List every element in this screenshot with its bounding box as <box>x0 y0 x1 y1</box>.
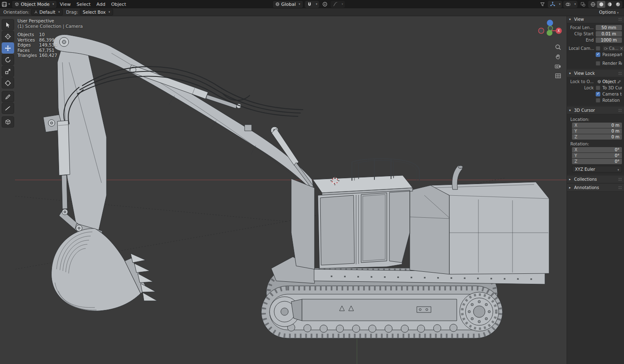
proportional-editing-toggle[interactable] <box>321 1 329 8</box>
snap-toggle[interactable] <box>305 1 314 8</box>
axis-letter: Z <box>574 134 577 140</box>
magnifier-icon <box>555 44 561 50</box>
panel-drag-dots[interactable] <box>618 108 622 112</box>
viewport-3d[interactable]: .mdl{stroke:#2f3235;stroke-width:1;strok… <box>0 16 624 364</box>
mode-selector[interactable]: Object Mode <box>12 0 57 8</box>
cursor-location-z[interactable]: Z 0 m <box>572 134 622 140</box>
camera-view-control[interactable] <box>554 62 562 70</box>
visibility-filter[interactable] <box>538 1 547 8</box>
options-button[interactable]: Options <box>596 9 622 15</box>
focal-length-field[interactable]: 50 mm <box>596 25 622 30</box>
show-overlays-toggle[interactable] <box>564 1 572 8</box>
drag-setting-value: Select Box <box>83 10 106 15</box>
proportional-editing-icon <box>322 2 327 7</box>
passepartout-checkbox[interactable] <box>596 52 600 57</box>
panel-header-view[interactable]: View <box>567 16 624 23</box>
gizmo-y-neg-axis[interactable] <box>548 26 553 31</box>
shading-mode-group <box>588 1 622 8</box>
show-gizmo-toggle[interactable] <box>548 1 557 8</box>
orientation-setting-dropdown[interactable]: Default <box>31 9 63 15</box>
select-arrow-icon <box>5 22 11 28</box>
view-perspective-label: User Perspective <box>17 18 83 24</box>
falloff-dropdown[interactable] <box>339 1 344 8</box>
panel-header-3d-cursor[interactable]: 3D Cursor <box>567 107 624 114</box>
filter-funnel-icon <box>540 2 545 7</box>
panel-header-annotations[interactable]: Annotations <box>567 184 624 192</box>
panel-body-3d-cursor: Location: X 0 m Y 0 m Z 0 m Rotation: X … <box>567 114 624 175</box>
local-camera-checkbox[interactable] <box>596 46 600 51</box>
tool-cursor[interactable] <box>2 31 14 42</box>
gizmo-z-axis[interactable] <box>547 20 553 26</box>
ortho-toggle-control[interactable] <box>554 72 562 79</box>
tool-select-box[interactable] <box>2 19 14 30</box>
shading-rendered[interactable] <box>614 1 622 8</box>
cursor-rotation-z[interactable]: Z 0° <box>572 159 622 164</box>
tool-measure[interactable] <box>2 103 14 114</box>
clip-start-label: Clip Start <box>569 32 596 36</box>
render-region-label: Render Regi... <box>602 61 622 66</box>
local-camera-field[interactable]: Ca... <box>602 45 624 52</box>
lock-rotation-checkbox[interactable] <box>596 98 600 103</box>
tool-move[interactable] <box>2 42 14 54</box>
stat-label: Edges <box>17 42 37 48</box>
cursor-rotation-x[interactable]: X 0° <box>572 147 622 152</box>
xray-toggle[interactable] <box>579 1 587 8</box>
top-menu-bar: Object Mode View Select Add Object Globa… <box>0 0 624 8</box>
panel-title: 3D Cursor <box>574 108 595 113</box>
tool-annotate[interactable] <box>2 91 14 102</box>
axis-value: 0 m <box>612 123 619 128</box>
euler-mode-dropdown[interactable]: XYZ Euler <box>572 166 622 172</box>
camera-to-view-checkbox[interactable] <box>596 92 600 96</box>
viewport-canvas[interactable]: .mdl{stroke:#2f3235;stroke-width:1;strok… <box>0 16 624 364</box>
tool-scale[interactable] <box>2 66 14 77</box>
scene-breadcrumb: (1) Scene Collection | Camera <box>17 24 83 29</box>
clip-end-field[interactable]: 1000 m <box>596 37 622 43</box>
chevron-down-icon <box>569 17 572 21</box>
tool-rotate[interactable] <box>2 54 14 65</box>
tool-add-cube[interactable] <box>2 116 14 128</box>
camera-icon <box>555 63 561 69</box>
menu-view[interactable]: View <box>57 1 74 8</box>
proportional-falloff[interactable] <box>331 1 339 8</box>
cursor-location-x[interactable]: X 0 m <box>572 123 622 128</box>
panel-drag-dots[interactable] <box>618 186 622 189</box>
panel-header-view-lock[interactable]: View Lock <box>567 70 624 77</box>
panel-header-collections[interactable]: Collections <box>567 176 624 183</box>
lock-to-object-field[interactable]: Object <box>596 79 623 85</box>
panel-drag-dots[interactable] <box>618 71 622 75</box>
stat-value: 160,427 <box>39 53 83 58</box>
drag-setting-dropdown[interactable]: Select Box <box>80 9 113 15</box>
clip-start-field[interactable]: 0.01 m <box>596 31 622 37</box>
panel-drag-dots[interactable] <box>618 17 622 21</box>
shading-solid[interactable] <box>597 1 605 8</box>
shading-material[interactable] <box>605 1 614 8</box>
object-cube-icon <box>597 80 601 84</box>
shading-wireframe[interactable] <box>589 1 597 8</box>
menu-select[interactable]: Select <box>74 1 94 8</box>
menu-add[interactable]: Add <box>94 1 108 8</box>
overlays-dropdown[interactable] <box>572 1 577 8</box>
wireframe-sphere-icon <box>590 2 596 7</box>
eyedropper-icon[interactable] <box>617 80 621 84</box>
transform-orientation-dropdown[interactable]: Global <box>272 0 303 8</box>
render-region-checkbox[interactable] <box>596 61 600 66</box>
gizmo-y-axis[interactable] <box>547 30 552 36</box>
lock-3d-cursor-checkbox[interactable] <box>596 86 600 90</box>
navigation-gizmo[interactable]: X <box>537 17 563 44</box>
tool-transform[interactable] <box>2 77 14 89</box>
scale-tool-icon <box>5 68 11 75</box>
gizmo-x-neg-axis[interactable] <box>539 28 544 34</box>
menu-object[interactable]: Object <box>108 1 129 8</box>
cursor-location-y[interactable]: Y 0 m <box>572 128 622 134</box>
cursor-rotation-y[interactable]: Y 0° <box>572 153 622 158</box>
editor-type-icon[interactable] <box>2 1 10 8</box>
lock-to-object-value: Object <box>602 79 616 84</box>
panel-drag-dots[interactable] <box>618 177 622 181</box>
gizmo-dropdown[interactable] <box>557 1 562 8</box>
panel-title: View Lock <box>574 71 595 76</box>
close-icon[interactable] <box>620 46 623 51</box>
hand-icon <box>555 54 561 60</box>
zoom-control[interactable] <box>554 43 562 51</box>
pan-control[interactable] <box>554 53 562 60</box>
snap-options-dropdown[interactable] <box>314 1 319 8</box>
